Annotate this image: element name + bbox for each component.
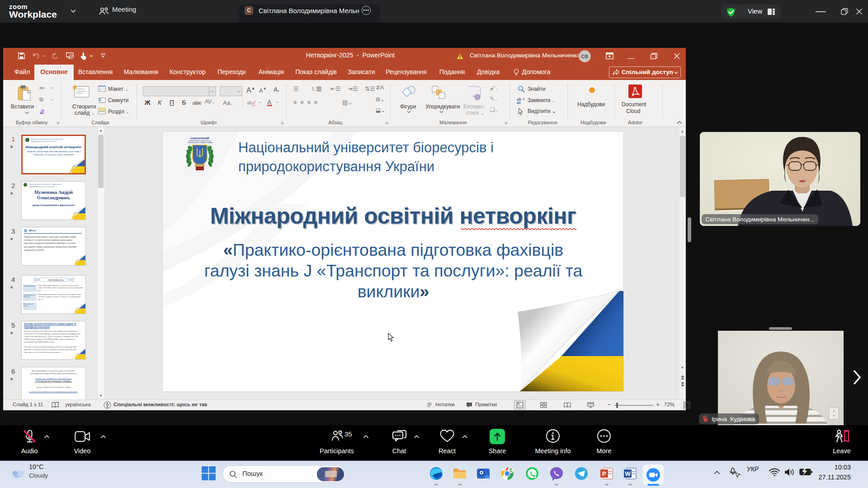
- svg-text:W: W: [625, 470, 631, 477]
- svg-text:ab: ab: [247, 100, 252, 105]
- svg-text:P: P: [602, 470, 606, 477]
- svg-text:ac: ac: [517, 100, 521, 104]
- svg-text:НАЦІОНАЛЬНИЙ: НАЦІОНАЛЬНИЙ: [190, 136, 209, 140]
- svg-text:І ПРИРОДОКОРИСТУВАННЯ УКРАЇНИ: І ПРИРОДОКОРИСТУВАННЯ УКРАЇНИ: [187, 142, 212, 144]
- svg-text:ГОСТИННІСТЬ: ГОСТИННІСТЬ: [48, 279, 64, 282]
